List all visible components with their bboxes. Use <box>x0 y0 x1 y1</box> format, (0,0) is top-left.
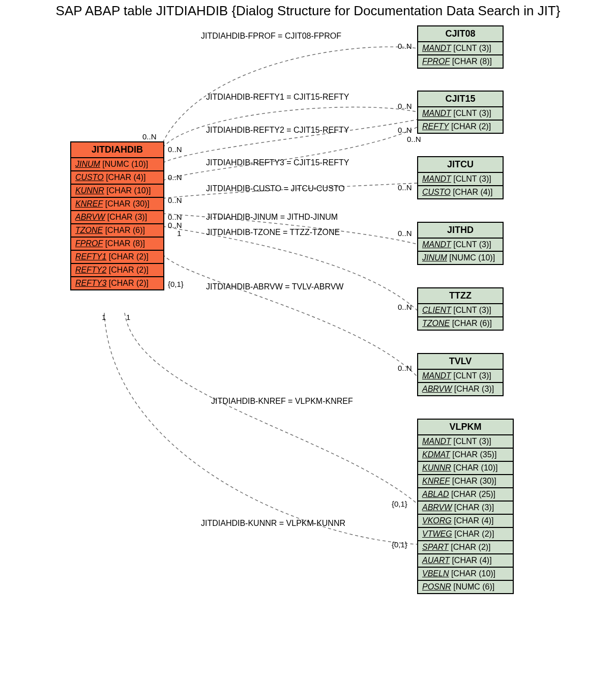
entity-title: TVLV <box>418 354 503 370</box>
cardinality: 0..N <box>168 196 182 204</box>
entity-field: ABRVW [CHAR (3)] <box>418 383 503 395</box>
relation-label: JITDIAHDIB-REFTY3 = CJIT15-REFTY <box>206 158 349 167</box>
entity-ttzz: TTZZ CLIENT [CLNT (3)] TZONE [CHAR (6)] <box>417 287 504 331</box>
cardinality: 0..N <box>142 132 157 141</box>
entity-jithd: JITHD MANDT [CLNT (3)] JINUM [NUMC (10)] <box>417 222 504 265</box>
entity-vlpkm: VLPKM MANDT [CLNT (3)] KDMAT [CHAR (35)]… <box>417 419 514 594</box>
entity-title: JITCU <box>418 157 503 173</box>
cardinality: {0,1} <box>168 280 184 288</box>
entity-title: TTZZ <box>418 288 503 304</box>
relation-label: JITDIAHDIB-FPROF = CJIT08-FPROF <box>201 32 341 41</box>
entity-field: KUNNR [CHAR (10)] <box>418 462 513 475</box>
entity-field: JINUM [NUMC (10)] <box>418 252 503 264</box>
entity-field: CUSTO [CHAR (4)] <box>71 171 163 185</box>
entity-field: FPROF [CHAR (8)] <box>71 238 163 251</box>
entity-field: KNREF [CHAR (30)] <box>418 475 513 488</box>
entity-title: CJIT08 <box>418 26 503 42</box>
entity-tvlv: TVLV MANDT [CLNT (3)] ABRVW [CHAR (3)] <box>417 353 504 396</box>
relation-label: JITDIAHDIB-KNREF = VLPKM-KNREF <box>211 397 353 406</box>
entity-field: AUART [CHAR (4)] <box>418 554 513 568</box>
cardinality: 0..N <box>398 102 412 110</box>
cardinality: 0..N <box>168 221 182 229</box>
relation-label: JITDIAHDIB-REFTY2 = CJIT15-REFTY <box>206 126 349 135</box>
entity-field: REFTY1 [CHAR (2)] <box>71 251 163 264</box>
entity-field: ABLAD [CHAR (25)] <box>418 488 513 502</box>
entity-jitdiahdib: JITDIAHDIB JINUM [NUMC (10)] CUSTO [CHAR… <box>70 141 164 290</box>
entity-field: CLIENT [CLNT (3)] <box>418 304 503 317</box>
entity-field: KDMAT [CHAR (35)] <box>418 449 513 462</box>
cardinality: 0..N <box>168 173 182 182</box>
entity-title: VLPKM <box>418 420 513 435</box>
entity-title: JITHD <box>418 223 503 239</box>
cardinality: 1 <box>126 313 130 321</box>
entity-jitcu: JITCU MANDT [CLNT (3)] CUSTO [CHAR (4)] <box>417 156 504 199</box>
entity-title: JITDIAHDIB <box>71 142 163 158</box>
entity-field: TZONE [CHAR (6)] <box>71 224 163 238</box>
entity-field: MANDT [CLNT (3)] <box>418 42 503 55</box>
entity-field: REFTY2 [CHAR (2)] <box>71 264 163 277</box>
entity-field: ABRVW [CHAR (3)] <box>418 502 513 515</box>
entity-field: ABRVW [CHAR (3)] <box>71 211 163 224</box>
entity-field: MANDT [CLNT (3)] <box>418 107 503 121</box>
entity-field: REFTY3 [CHAR (2)] <box>71 277 163 289</box>
relation-label: JITDIAHDIB-JINUM = JITHD-JINUM <box>206 213 338 222</box>
page-title: SAP ABAP table JITDIAHDIB {Dialog Struct… <box>56 3 561 19</box>
relation-label: JITDIAHDIB-REFTY1 = CJIT15-REFTY <box>206 93 349 102</box>
entity-field: REFTY [CHAR (2)] <box>418 121 503 133</box>
entity-field: KNREF [CHAR (30)] <box>71 198 163 211</box>
entity-field: KUNNR [CHAR (10)] <box>71 185 163 198</box>
entity-field: VBELN [CHAR (10)] <box>418 568 513 581</box>
entity-field: MANDT [CLNT (3)] <box>418 435 513 449</box>
cardinality: 0..N <box>168 213 182 221</box>
cardinality: 0..N <box>398 126 412 134</box>
entity-cjit08: CJIT08 MANDT [CLNT (3)] FPROF [CHAR (8)] <box>417 25 504 69</box>
relation-label: JITDIAHDIB-CUSTO = JITCU-CUSTO <box>206 184 345 193</box>
relation-label: JITDIAHDIB-KUNNR = VLPKM-KUNNR <box>201 519 345 528</box>
entity-field: POSNR [NUMC (6)] <box>418 581 513 593</box>
cardinality: 0..N <box>407 135 421 143</box>
relation-label: JITDIAHDIB-ABRVW = TVLV-ABRVW <box>206 282 343 291</box>
cardinality: {0,1} <box>392 540 407 549</box>
cardinality: 0..N <box>398 229 412 238</box>
entity-field: VTWEG [CHAR (2)] <box>418 528 513 541</box>
entity-field: SPART [CHAR (2)] <box>418 541 513 554</box>
cardinality: 0..N <box>398 183 412 192</box>
entity-field: CUSTO [CHAR (4)] <box>418 186 503 198</box>
entity-field: FPROF [CHAR (8)] <box>418 55 503 68</box>
cardinality: 1 <box>177 229 181 238</box>
entity-cjit15: CJIT15 MANDT [CLNT (3)] REFTY [CHAR (2)] <box>417 91 504 134</box>
entity-field: JINUM [NUMC (10)] <box>71 158 163 171</box>
cardinality: 0..N <box>398 42 412 50</box>
cardinality: 0..N <box>168 145 182 154</box>
entity-title: CJIT15 <box>418 92 503 107</box>
cardinality: {0,1} <box>392 499 407 508</box>
entity-field: TZONE [CHAR (6)] <box>418 317 503 330</box>
entity-field: MANDT [CLNT (3)] <box>418 239 503 252</box>
entity-field: MANDT [CLNT (3)] <box>418 370 503 383</box>
entity-field: MANDT [CLNT (3)] <box>418 173 503 186</box>
cardinality: 0..N <box>398 303 412 311</box>
entity-field: VKORG [CHAR (4)] <box>418 515 513 528</box>
cardinality: 1 <box>102 313 106 321</box>
cardinality: 0..N <box>398 364 412 372</box>
relation-label: JITDIAHDIB-TZONE = TTZZ-TZONE <box>206 228 340 237</box>
